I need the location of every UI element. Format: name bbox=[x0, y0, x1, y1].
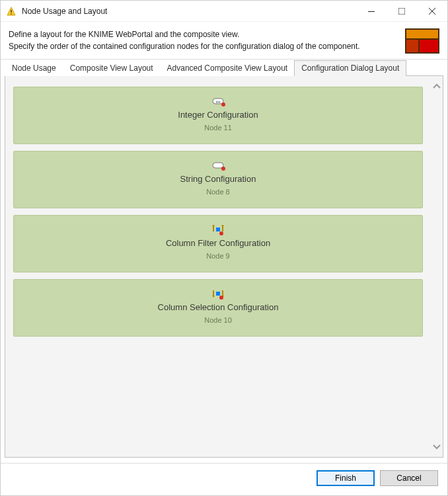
svg-text:int: int bbox=[216, 100, 221, 104]
titlebar: Node Usage and Layout bbox=[1, 1, 447, 22]
node-id: Node 8 bbox=[206, 188, 229, 196]
node-card-list: int Integer Configuration Node 11 String… bbox=[5, 76, 431, 457]
node-id: Node 9 bbox=[206, 252, 229, 260]
svg-rect-16 bbox=[216, 227, 220, 231]
list-item[interactable]: Column Selection Configuration Node 10 bbox=[13, 279, 423, 337]
tab-node-usage[interactable]: Node Usage bbox=[5, 60, 63, 76]
node-id: Node 11 bbox=[204, 124, 232, 132]
column-selection-config-icon bbox=[211, 289, 225, 300]
svg-marker-20 bbox=[212, 296, 215, 298]
column-filter-config-icon bbox=[211, 225, 225, 235]
description-line-1: Define a layout for the KNIME WebPortal … bbox=[9, 28, 397, 40]
tab-configuration-dialog-layout[interactable]: Configuration Dialog Layout bbox=[294, 60, 406, 76]
description-line-2: Specify the order of the contained confi… bbox=[9, 40, 397, 52]
node-title: Column Filter Configuration bbox=[166, 238, 270, 248]
svg-rect-10 bbox=[213, 163, 223, 168]
node-title: Column Selection Configuration bbox=[158, 302, 279, 312]
node-title: String Configuration bbox=[180, 174, 256, 184]
tab-bar: Node Usage Composite View Layout Advance… bbox=[1, 60, 447, 75]
warning-triangle-icon bbox=[6, 6, 17, 17]
scroll-up-icon[interactable] bbox=[433, 81, 441, 91]
svg-marker-14 bbox=[212, 225, 215, 226]
finish-button[interactable]: Finish bbox=[317, 470, 375, 486]
cancel-button[interactable]: Cancel bbox=[380, 470, 438, 486]
svg-rect-22 bbox=[216, 292, 220, 296]
list-item[interactable]: String Configuration Node 8 bbox=[13, 151, 423, 208]
window-controls bbox=[356, 1, 447, 22]
window-title: Node Usage and Layout bbox=[22, 7, 356, 16]
button-bar: Finish Cancel bbox=[1, 463, 447, 495]
tab-panel-configuration-dialog-layout: int Integer Configuration Node 11 String… bbox=[5, 75, 443, 458]
dialog-description: Define a layout for the KNIME WebPortal … bbox=[9, 28, 397, 52]
svg-point-9 bbox=[221, 103, 225, 106]
scrollbar[interactable] bbox=[431, 76, 443, 457]
svg-rect-3 bbox=[368, 11, 375, 12]
integer-config-icon: int bbox=[211, 97, 225, 107]
tab-composite-view-layout[interactable]: Composite View Layout bbox=[63, 60, 161, 76]
svg-marker-15 bbox=[221, 225, 224, 226]
node-title: Integer Configuration bbox=[178, 110, 258, 120]
string-config-icon bbox=[211, 161, 225, 171]
svg-point-23 bbox=[219, 296, 223, 300]
maximize-button[interactable] bbox=[387, 1, 417, 22]
svg-point-11 bbox=[221, 167, 225, 171]
minimize-button[interactable] bbox=[356, 1, 387, 22]
close-button[interactable] bbox=[417, 1, 447, 22]
tab-advanced-composite-view-layout[interactable]: Advanced Composite View Layout bbox=[160, 60, 295, 76]
svg-point-17 bbox=[219, 231, 223, 235]
layout-banner-icon bbox=[405, 28, 439, 54]
svg-rect-1 bbox=[11, 10, 12, 13]
list-item[interactable]: Column Filter Configuration Node 9 bbox=[13, 215, 423, 272]
scroll-down-icon[interactable] bbox=[433, 442, 441, 452]
list-item[interactable]: int Integer Configuration Node 11 bbox=[13, 87, 423, 144]
svg-rect-4 bbox=[398, 8, 405, 15]
node-id: Node 10 bbox=[204, 316, 232, 324]
svg-rect-2 bbox=[11, 13, 12, 15]
dialog-header: Define a layout for the KNIME WebPortal … bbox=[1, 22, 447, 59]
